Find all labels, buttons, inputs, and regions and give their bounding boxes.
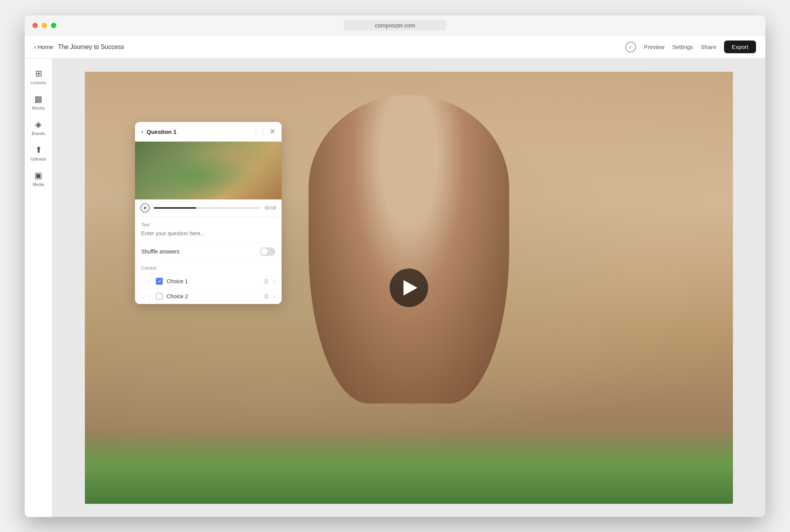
- video-time-label: 00:08: [265, 205, 276, 211]
- shuffle-toggle[interactable]: [260, 247, 275, 256]
- choice1-checkbox[interactable]: ✓: [156, 278, 163, 285]
- check-mark: ✓: [628, 44, 633, 50]
- correct-label: Correct: [141, 265, 156, 271]
- sidebar-item-brands[interactable]: ◈ Brands: [27, 116, 50, 140]
- media-icon: ▣: [34, 171, 42, 181]
- back-button[interactable]: ‹ Home: [34, 43, 53, 51]
- check-status-icon: ✓: [625, 42, 636, 52]
- preview-label: Preview: [644, 44, 664, 50]
- uploads-icon: ⬆: [35, 145, 42, 155]
- home-label: Home: [38, 44, 53, 50]
- choice2-checkbox[interactable]: [156, 293, 163, 300]
- choice-item-2[interactable]: ⋮⋮ Choice 2 🗑 ›: [135, 289, 282, 304]
- app-header: ‹ Home The Journey to Success ✓ Preview …: [25, 35, 765, 59]
- question-panel: ‹ Question 1 ⋮⋮ ✕: [135, 122, 282, 304]
- text-section-label: Text: [141, 222, 275, 228]
- sidebar-item-blocks[interactable]: ▦ Blocks: [27, 90, 50, 114]
- minimize-dot[interactable]: [42, 23, 47, 28]
- shuffle-row: Shuffle answers: [135, 243, 282, 261]
- shuffle-label: Shuffle answers: [141, 248, 179, 255]
- choice1-checkmark: ✓: [158, 279, 161, 284]
- titlebar: composzer.com: [25, 15, 765, 35]
- panel-drag-handle[interactable]: ⋮⋮: [253, 127, 267, 136]
- panel-video-thumbnail: [135, 142, 282, 199]
- choice1-label: Choice 1: [167, 278, 260, 284]
- app-body: ⊞ Lessons ▦ Blocks ◈ Brands ⬆ Uploads ▣ …: [25, 59, 765, 517]
- correct-header: Correct: [135, 261, 282, 274]
- header-left: ‹ Home The Journey to Success: [34, 43, 619, 51]
- settings-button[interactable]: Settings: [672, 44, 693, 50]
- video-progress-track[interactable]: [154, 207, 261, 209]
- choice1-delete-button[interactable]: 🗑: [263, 278, 270, 285]
- sidebar: ⊞ Lessons ▦ Blocks ◈ Brands ⬆ Uploads ▣ …: [25, 59, 52, 517]
- export-label: Export: [732, 44, 748, 50]
- choice2-drag-handle[interactable]: ⋮⋮: [141, 293, 152, 299]
- preview-button[interactable]: Preview: [644, 44, 664, 50]
- text-section: Text: [135, 217, 282, 243]
- blocks-label: Blocks: [32, 106, 44, 110]
- sidebar-item-lessons[interactable]: ⊞ Lessons: [27, 65, 50, 89]
- person-silhouette: [309, 95, 509, 404]
- video-container: ‹ Question 1 ⋮⋮ ✕: [85, 72, 733, 504]
- main-content: ‹ Question 1 ⋮⋮ ✕: [52, 59, 765, 517]
- brands-icon: ◈: [35, 120, 42, 130]
- choice1-expand-icon[interactable]: ›: [273, 278, 275, 285]
- blocks-icon: ▦: [34, 94, 42, 104]
- choice2-expand-icon[interactable]: ›: [273, 293, 275, 300]
- video-play-button[interactable]: [390, 269, 428, 307]
- mini-play-button[interactable]: [140, 203, 150, 213]
- export-button[interactable]: Export: [724, 41, 756, 53]
- bottom-vegetables: [85, 427, 733, 504]
- choice-item-1[interactable]: ⋮⋮ ✓ Choice 1 🗑 ›: [135, 274, 282, 289]
- settings-label: Settings: [672, 44, 693, 50]
- panel-title: Question 1: [147, 128, 250, 135]
- share-label: Share: [701, 44, 716, 50]
- panel-close-button[interactable]: ✕: [270, 127, 275, 136]
- project-title: The Journey to Success: [58, 44, 124, 51]
- lessons-icon: ⊞: [35, 69, 42, 79]
- question-text-input[interactable]: [141, 230, 275, 236]
- url-bar[interactable]: composzer.com: [344, 20, 446, 30]
- back-chevron-icon: ‹: [34, 43, 36, 51]
- app-window: composzer.com ‹ Home The Journey to Succ…: [25, 15, 765, 517]
- header-right: ✓ Preview Settings Share Export: [625, 41, 756, 53]
- uploads-label: Uploads: [30, 157, 46, 161]
- panel-back-button[interactable]: ‹: [141, 128, 143, 136]
- brands-label: Brands: [32, 131, 45, 136]
- media-label: Media: [33, 182, 44, 187]
- lessons-label: Lessons: [30, 80, 46, 85]
- choice2-delete-button[interactable]: 🗑: [263, 293, 270, 300]
- share-button[interactable]: Share: [701, 44, 716, 50]
- choice2-label: Choice 2: [167, 293, 260, 299]
- choice1-delete-icon: 🗑: [263, 278, 270, 285]
- choice2-delete-icon: 🗑: [263, 293, 270, 300]
- thumbnail-scene: [135, 142, 282, 199]
- window-controls: [32, 23, 56, 28]
- panel-video-controls: 00:08: [135, 199, 282, 217]
- close-icon: ✕: [270, 127, 275, 136]
- toggle-thumb: [261, 248, 268, 255]
- panel-header: ‹ Question 1 ⋮⋮ ✕: [135, 122, 282, 142]
- maximize-dot[interactable]: [51, 23, 56, 28]
- choice1-drag-handle[interactable]: ⋮⋮: [141, 278, 152, 284]
- mini-play-icon: [144, 206, 147, 210]
- sidebar-item-media[interactable]: ▣ Media: [27, 167, 50, 191]
- play-triangle-icon: [403, 280, 417, 296]
- close-dot[interactable]: [32, 23, 38, 28]
- panel-back-icon: ‹: [141, 128, 143, 136]
- video-progress-fill: [154, 207, 196, 209]
- sidebar-item-uploads[interactable]: ⬆ Uploads: [27, 141, 50, 165]
